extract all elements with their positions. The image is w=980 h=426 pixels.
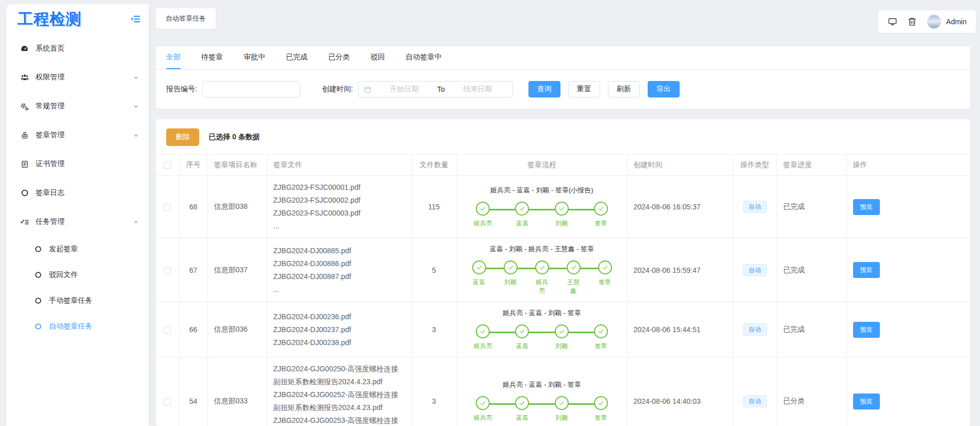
action-cell: 预览 <box>846 357 970 426</box>
search-button[interactable]: 查询 <box>528 81 560 97</box>
table-row: 54信息部033ZJBG2024-GJG00250-高强度螺栓连接副扭矩系数检测… <box>156 357 970 426</box>
file-name: ZJBG2024-DJ00886.pdf <box>274 257 405 270</box>
flow-cell: 姬兵亮 - 蓝嘉 - 刘颖 - 签章姬兵亮蓝嘉刘颖签章 <box>457 302 627 357</box>
flow-steps: 姬兵亮蓝嘉刘颖签章 <box>463 202 621 228</box>
sidebar-item[interactable]: 签章日志 <box>6 178 149 207</box>
sidebar-collapse-icon[interactable] <box>130 13 141 25</box>
flow-cell: 姬兵亮 - 蓝嘉 - 刘颖 - 签章姬兵亮蓝嘉刘颖签章 <box>457 357 627 426</box>
trash-icon[interactable] <box>908 17 917 26</box>
export-button[interactable]: 导出 <box>648 81 680 97</box>
report-no-label: 报告编号: <box>166 85 197 94</box>
flow-steps: 蓝嘉刘颖姬兵亮王慧鑫签章 <box>463 260 621 296</box>
flow-step: 姬兵亮 <box>463 396 503 422</box>
preview-button[interactable]: 预览 <box>853 199 880 215</box>
sidebar-menu: 系统首页权限管理常规管理签章管理证书管理签章日志任务管理发起签章驳回文件手动签章… <box>6 34 149 339</box>
file-name: ZJBG2024-GJG00250-高强度螺栓连接副扭矩系数检测报告2024.4… <box>274 363 405 388</box>
sidebar-subitem[interactable]: 手动签章任务 <box>6 288 149 314</box>
sidebar-item[interactable]: 系统首页 <box>6 34 149 63</box>
sidebar-subitem-label: 自动签章任务 <box>49 322 139 331</box>
file-name: ZJBG2024-GJG00253-高强度螺栓连接副扭矩系数检测报告2024.4… <box>274 414 405 426</box>
flow-step: 蓝嘉 <box>503 202 542 228</box>
check-circle-icon <box>476 324 490 338</box>
column-header: 签章文件 <box>267 155 411 176</box>
avatar <box>927 14 941 29</box>
flow-cell: 蓝嘉 - 刘颖 - 姬兵亮 - 王慧鑫 - 签章蓝嘉刘颖姬兵亮王慧鑫签章 <box>457 238 627 302</box>
sidebar-item-label: 证书管理 <box>36 159 139 169</box>
op-type-cell: 自动 <box>733 176 777 238</box>
file-count-cell: 3 <box>411 302 457 357</box>
preview-button[interactable]: 预览 <box>853 394 880 409</box>
flow-step: 姬兵亮 <box>463 202 503 228</box>
flow-step-label: 签章 <box>595 342 607 351</box>
status-tab[interactable]: 审批中 <box>244 46 265 69</box>
preview-button[interactable]: 预览 <box>853 262 880 278</box>
sidebar-subitem-label: 发起签章 <box>49 244 139 254</box>
progress-cell: 已完成 <box>777 176 846 238</box>
status-tab[interactable]: 已完成 <box>286 46 308 69</box>
select-all-checkbox[interactable] <box>164 162 171 169</box>
check-circle-icon <box>598 260 612 274</box>
sidebar-subitem-label: 手动签章任务 <box>49 296 139 305</box>
monitor-icon[interactable] <box>888 17 897 26</box>
column-header: 序号 <box>179 155 207 176</box>
row-checkbox[interactable] <box>164 326 171 334</box>
check-circle-icon <box>555 324 569 338</box>
sidebar-subitem[interactable]: 驳回文件 <box>6 262 149 288</box>
selected-count-text: 已选择 0 条数据 <box>208 133 260 142</box>
circle-icon <box>20 189 29 197</box>
op-type-cell: 自动 <box>733 357 777 426</box>
refresh-button[interactable]: 刷新 <box>608 81 640 97</box>
flow-step-label: 刘颖 <box>555 342 568 351</box>
check-circle-icon <box>594 396 608 410</box>
sidebar-subitem[interactable]: 自动签章任务 <box>6 314 149 339</box>
breadcrumb-tab-chip[interactable]: 自动签章任务 <box>156 8 216 29</box>
row-checkbox[interactable] <box>164 204 171 211</box>
header-checkbox-cell <box>156 155 179 176</box>
report-no-input[interactable] <box>202 81 300 97</box>
end-date-input[interactable]: 结束日期 <box>448 85 507 94</box>
signature-flow: 蓝嘉 - 刘颖 - 姬兵亮 - 王慧鑫 - 签章蓝嘉刘颖姬兵亮王慧鑫签章 <box>463 243 621 297</box>
files-cell: ZJBG2024-DJ00885.pdfZJBG2024-DJ00886.pdf… <box>267 238 411 302</box>
status-tab[interactable]: 全部 <box>166 46 181 69</box>
reset-button[interactable]: 重置 <box>568 81 600 97</box>
row-checkbox[interactable] <box>164 267 171 274</box>
action-cell: 预览 <box>846 176 970 238</box>
status-tab[interactable]: 已分类 <box>328 46 350 69</box>
flow-step: 签章 <box>589 260 621 296</box>
sidebar-submenu: 发起签章驳回文件手动签章任务自动签章任务 <box>6 236 149 339</box>
circle-icon <box>33 323 43 330</box>
start-date-input[interactable]: 开始日期 <box>375 85 434 94</box>
date-range-picker[interactable]: 开始日期 To 结束日期 <box>358 81 513 97</box>
sidebar-subitem[interactable]: 发起签章 <box>6 236 149 262</box>
tasks-table: 序号签章项目名称签章文件文件数量签章流程创建时间操作类型签章进度操作 68信息部… <box>156 154 970 426</box>
status-tab[interactable]: 待签章 <box>201 46 223 69</box>
sidebar-item[interactable]: 权限管理 <box>6 63 149 92</box>
row-checkbox[interactable] <box>164 398 171 405</box>
sidebar-subitem-label: 驳回文件 <box>49 270 139 280</box>
check-circle-icon <box>515 324 529 338</box>
flow-step-label: 姬兵亮 <box>474 219 492 228</box>
status-tab[interactable]: 自动签章中 <box>406 46 442 69</box>
delete-button[interactable]: 删除 <box>166 128 199 146</box>
sidebar-item[interactable]: 证书管理 <box>6 150 149 178</box>
chevron-down-icon <box>133 132 139 139</box>
sidebar-item[interactable]: 常规管理 <box>6 92 149 121</box>
main-content: 自动签章任务 <box>149 0 980 426</box>
file-name: ZJBG2024-DJ00237.pdf <box>274 323 405 336</box>
sidebar-item[interactable]: 任务管理 <box>6 207 149 236</box>
sidebar-item[interactable]: 签章管理 <box>6 121 149 150</box>
column-header: 操作类型 <box>733 155 777 176</box>
table-row: 68信息部038ZJBG2023-FSJC00001.pdfZJBG2023-F… <box>156 176 970 238</box>
progress-cell: 已分类 <box>777 357 846 426</box>
flow-step: 蓝嘉 <box>503 396 542 422</box>
seq-cell: 67 <box>179 238 207 302</box>
flow-title: 姬兵亮 - 蓝嘉 - 刘颖 - 签章(小报告) <box>463 186 621 195</box>
flow-step: 刘颖 <box>542 202 581 228</box>
status-tab[interactable]: 驳回 <box>371 46 385 69</box>
user-menu[interactable]: Admin <box>927 14 967 29</box>
chevron-down-icon <box>133 74 139 81</box>
table-header: 序号签章项目名称签章文件文件数量签章流程创建时间操作类型签章进度操作 <box>156 155 970 176</box>
file-name: ZJBG2024-DJ00887.pdf <box>274 270 405 283</box>
signature-flow: 姬兵亮 - 蓝嘉 - 刘颖 - 签章姬兵亮蓝嘉刘颖签章 <box>463 379 621 423</box>
preview-button[interactable]: 预览 <box>853 322 880 338</box>
